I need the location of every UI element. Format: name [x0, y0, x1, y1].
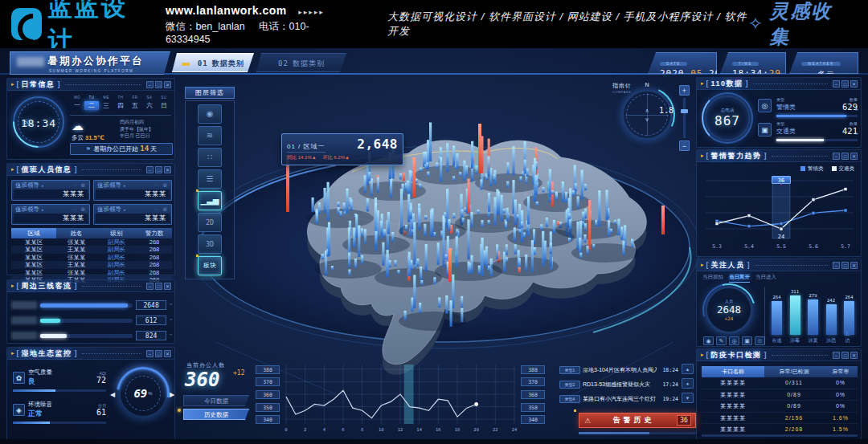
minimize-icon[interactable]: −: [833, 80, 840, 88]
chevron-up-icon[interactable]: ∧: [645, 108, 649, 113]
alert-history-button[interactable]: ⚠ 告警历史 36: [579, 413, 696, 428]
legend-item[interactable]: 警情类: [800, 165, 824, 173]
view-2d[interactable]: 2D: [198, 213, 222, 232]
inspiration-collect[interactable]: ✧ 灵感收集: [748, 0, 847, 50]
close-icon[interactable]: ✕: [850, 80, 858, 88]
duty-table-row[interactable]: 某某区王某某副局长268: [11, 261, 172, 268]
checkpoint-row[interactable]: 某某某某0/890%: [702, 389, 858, 401]
minimize-icon[interactable]: −: [146, 166, 154, 173]
panel-title: 警情警力趋势: [711, 151, 762, 161]
weekday-cell[interactable]: MO一: [70, 96, 84, 110]
office-x-tick: 14: [416, 427, 422, 432]
duty-table-row[interactable]: 某某区王某某副局长268: [11, 246, 172, 253]
duty-table-row[interactable]: 某某区张某某副局长268: [11, 254, 172, 261]
focus-bar[interactable]: [790, 295, 800, 335]
view-3d[interactable]: 3D: [198, 234, 222, 254]
close-icon[interactable]: ✕: [850, 262, 858, 269]
duty-leader-card[interactable]: 值班领导▸⋯ ⊗某某某: [93, 204, 172, 225]
alert-row[interactable]: 类型4某路口有小汽车连闯三个红灯19:24: [559, 393, 678, 405]
alert-row[interactable]: 类型1湿地3-104片区有不明人员闯入18:24: [559, 365, 678, 376]
trend-x-tick: 5.7: [841, 243, 850, 250]
minimize-icon[interactable]: −: [146, 350, 154, 357]
expand-icon[interactable]: □: [841, 352, 849, 359]
close-icon[interactable]: ✕: [850, 153, 858, 160]
eco-metric: ◈环境噪音正常分贝61: [13, 401, 106, 424]
close-icon[interactable]: ✕: [164, 81, 171, 88]
focus-bar[interactable]: [772, 301, 782, 335]
focus-bar[interactable]: [826, 304, 837, 335]
trend-highlight-badge: 36: [772, 176, 791, 184]
checkpoint-row[interactable]: 某某某某0/890%: [702, 401, 858, 413]
duty-leader-card[interactable]: 值班领导▸⋯ ⊗某某某: [93, 180, 172, 201]
minimize-icon[interactable]: −: [833, 153, 840, 160]
minimize-icon[interactable]: −: [833, 262, 840, 269]
focus-bar[interactable]: [808, 299, 818, 335]
weekday-cell[interactable]: WE三: [99, 96, 113, 110]
zoom-out-button[interactable]: −: [679, 141, 690, 151]
expand-icon[interactable]: □: [155, 166, 162, 173]
office-x-tick: 12: [398, 427, 403, 432]
close-icon[interactable]: ✕: [850, 352, 858, 359]
history-data-button[interactable]: 历史数据: [183, 409, 249, 420]
list-icon[interactable]: ☰: [198, 169, 222, 189]
weather-summary: ☁ 多云 31.5℃: [72, 119, 118, 142]
tab-data-category-1[interactable]: 01数据类别: [172, 53, 254, 72]
lock-icon[interactable]: ▣: [742, 336, 752, 345]
alert-trend-icon[interactable]: ▼: [682, 393, 694, 403]
chevron-down-icon[interactable]: ∨: [645, 117, 649, 122]
camera-icon[interactable]: ◉: [703, 336, 714, 345]
today-data-button[interactable]: 今日数据: [183, 395, 249, 406]
zoom-slider[interactable]: [683, 98, 686, 138]
duty-leader-card[interactable]: 值班领导▸⋯ ⊗某某某: [11, 180, 90, 201]
weekday-cell[interactable]: SA六: [142, 96, 157, 110]
close-icon[interactable]: ✕: [164, 350, 171, 357]
minimize-icon[interactable]: −: [146, 283, 154, 290]
focus-tab[interactable]: 当日进入: [755, 274, 776, 283]
plate-mode[interactable]: 板块: [198, 256, 222, 275]
checkpoint-row[interactable]: 某某某某2/1561.6%: [702, 413, 858, 425]
website-link[interactable]: www.lanlanwork.com: [166, 4, 287, 17]
expand-icon[interactable]: □: [841, 153, 849, 160]
weekday-cell[interactable]: TH四: [113, 96, 128, 110]
weekday-cell[interactable]: SU日: [157, 96, 171, 110]
signal-icon[interactable]: ≋: [198, 126, 222, 145]
alert-type-tag: 类型4: [559, 395, 580, 403]
weekday-cell[interactable]: FR五: [128, 96, 142, 110]
focus-tab[interactable]: 当日离开: [729, 274, 750, 283]
minimize-icon[interactable]: −: [146, 81, 154, 88]
duty-table-row[interactable]: 某某区张某某副局长268: [11, 238, 172, 246]
expand-icon[interactable]: □: [155, 283, 162, 290]
focus-tab[interactable]: 当日抓拍: [702, 274, 723, 283]
gauge-left-arrow[interactable]: ◀: [110, 391, 115, 398]
alert-trend-icon[interactable]: ▲: [682, 364, 694, 374]
expand-icon[interactable]: □: [841, 80, 849, 88]
weekday-cell[interactable]: TU二: [84, 96, 99, 110]
gauge-right-arrow[interactable]: ▶: [170, 391, 174, 398]
pen-icon[interactable]: ✎: [716, 336, 727, 345]
checkpoint-row[interactable]: 某某某某0/3110%: [702, 377, 858, 389]
office-x-tick: 0: [285, 427, 287, 432]
bar-chart-icon[interactable]: ▁▃▅: [198, 191, 222, 210]
alert-trend-icon[interactable]: ●: [682, 378, 694, 389]
office-line-chart[interactable]: [283, 363, 518, 426]
legend-item[interactable]: 交通类: [832, 165, 855, 173]
minimize-icon[interactable]: −: [833, 352, 840, 359]
alert-row[interactable]: 类型2RD13-53烟感报警疑似火灾17:24: [559, 379, 678, 390]
target-icon[interactable]: ◎: [729, 336, 739, 345]
expand-icon[interactable]: □: [841, 262, 849, 269]
grid-icon[interactable]: ∷: [198, 148, 222, 167]
close-icon[interactable]: ✕: [164, 283, 171, 290]
duty-table-row[interactable]: 某某区张某某副局长268: [11, 269, 172, 276]
expand-icon[interactable]: □: [155, 81, 162, 88]
close-icon[interactable]: ✕: [164, 166, 171, 173]
alert-scrollbar[interactable]: [579, 432, 696, 434]
zoom-slider-handle[interactable]: [681, 109, 688, 113]
tab-data-category-2[interactable]: 02数据类别: [256, 53, 346, 72]
duty-leader-card[interactable]: 值班领导▸⋯ ⊗某某某: [11, 204, 90, 225]
focus-bar-chart[interactable]: 264在逃311涉毒279涉黄242涉恐264上访: [764, 287, 858, 344]
office-x-tick: 20: [473, 427, 479, 432]
camera-icon[interactable]: ◉: [198, 104, 222, 124]
zoom-in-button[interactable]: +: [679, 85, 690, 96]
expand-icon[interactable]: □: [155, 350, 162, 357]
focus-bar-category: 涉毒: [790, 337, 800, 344]
